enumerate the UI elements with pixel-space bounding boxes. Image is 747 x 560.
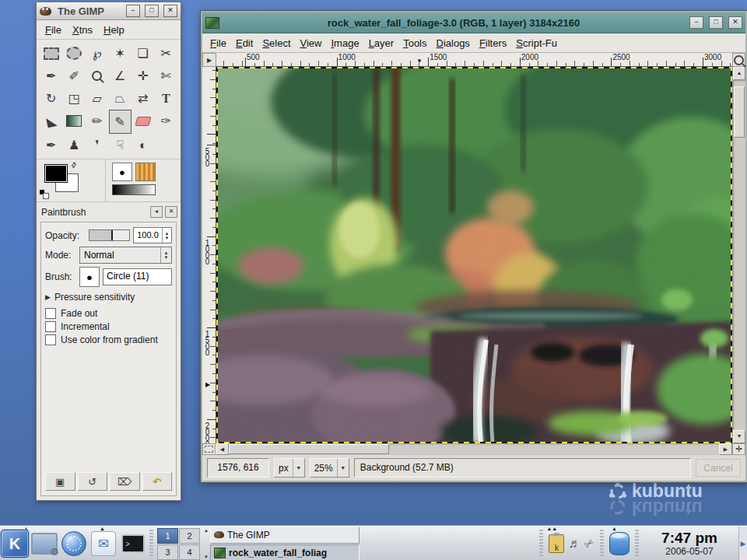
save-options-button[interactable]: ▣ <box>45 472 75 491</box>
tool-select-by-color[interactable]: ❏ <box>132 42 155 65</box>
checkbox-box-icon[interactable] <box>45 334 56 345</box>
pressure-sensitivity-expander[interactable]: ▶ Pressure sensitivity <box>45 292 172 303</box>
spinner-arrows-icon[interactable]: ▲▼ <box>162 228 171 243</box>
zoom-image-button[interactable] <box>732 53 745 67</box>
dock-close-button[interactable]: ✕ <box>165 206 177 218</box>
tool-dodge-burn[interactable]: ◐ <box>132 134 155 156</box>
scroll-up-icon[interactable]: ▲ <box>733 67 745 80</box>
tool-smudge[interactable]: ☟ <box>109 134 132 156</box>
tool-rect-select[interactable] <box>40 42 63 65</box>
opacity-slider[interactable] <box>89 229 130 241</box>
applet-handle[interactable] <box>635 530 639 558</box>
tool-shear[interactable]: ▱ <box>86 87 109 110</box>
active-gradient-preview[interactable] <box>112 184 156 195</box>
menu-xtns[interactable]: Xtns <box>67 23 98 37</box>
mode-select[interactable]: Normal ▲▼ <box>79 247 172 264</box>
horizontal-ruler[interactable]: ▼ 50010001500200025003000 <box>216 53 732 67</box>
menu-file[interactable]: File <box>205 36 231 51</box>
brush-name[interactable]: Circle (11) <box>103 268 172 285</box>
menu-view[interactable]: View <box>296 36 327 51</box>
horizontal-scroll-thumb[interactable] <box>229 444 389 454</box>
pager-desktop-2[interactable]: 2 <box>179 528 200 544</box>
dock-arrow-button[interactable]: ◂ <box>150 206 163 218</box>
navigation-button[interactable]: ✛ <box>732 443 745 455</box>
image-titlebar[interactable]: rock_water_fall_foliage-3.0 (RGB, 1 laye… <box>202 12 745 33</box>
applet-handle[interactable] <box>149 530 153 558</box>
tool-text[interactable]: T <box>155 87 178 110</box>
clock[interactable]: 7:47 pm 2006-05-07 <box>640 530 738 557</box>
tool-pencil[interactable]: ✏ <box>86 110 109 132</box>
menu-tools[interactable]: Tools <box>398 36 431 51</box>
tool-flip[interactable]: ⇄ <box>132 87 155 110</box>
menu-arrow-button[interactable]: ▶ <box>202 53 216 67</box>
taskbar-scroll-arrows[interactable]: ▲▼ <box>202 527 210 560</box>
pager-desktop-3[interactable]: 3 <box>157 544 178 560</box>
checkbox-use-color-from-gradient[interactable]: Use color from gradient <box>45 334 172 345</box>
menu-layer[interactable]: Layer <box>364 36 399 51</box>
menu-dialogs[interactable]: Dialogs <box>432 36 475 51</box>
maximize-button[interactable]: □ <box>145 5 159 17</box>
tool-move[interactable]: ✛ <box>132 65 155 87</box>
tool-fuzzy-select[interactable]: ✶ <box>109 42 132 65</box>
applet-handle[interactable] <box>539 530 543 558</box>
tool-magnify[interactable] <box>86 65 109 87</box>
tool-ink[interactable]: ✒ <box>40 134 63 156</box>
active-brush-preview[interactable]: ● <box>112 163 132 181</box>
vertical-ruler[interactable]: ▶ 500100015002000 <box>202 67 216 443</box>
tool-ellipse-select[interactable] <box>63 42 86 65</box>
unit-select[interactable]: px ▼ <box>274 458 305 478</box>
scroll-left-icon[interactable]: ◀ <box>216 443 229 455</box>
konqueror-button[interactable] <box>59 528 89 559</box>
system-button[interactable] <box>30 528 59 559</box>
cancel-button[interactable]: Cancel <box>696 459 741 477</box>
menu-select[interactable]: Select <box>258 36 295 51</box>
checkbox-box-icon[interactable] <box>45 321 56 332</box>
kontact-button[interactable] <box>89 528 118 559</box>
tool-measure[interactable]: ∠ <box>109 65 132 87</box>
tool-clone[interactable]: ♟ <box>63 134 86 156</box>
close-button[interactable]: ✕ <box>163 5 177 17</box>
applet-handle[interactable] <box>600 530 604 558</box>
panel-hide-button[interactable]: ▶ <box>738 527 747 560</box>
vertical-scroll-thumb[interactable] <box>734 86 745 138</box>
image-maximize-button[interactable]: □ <box>709 16 723 29</box>
menu-filters[interactable]: Filters <box>475 36 511 51</box>
scroll-right-icon[interactable]: ▶ <box>719 443 732 455</box>
menu-file[interactable]: File <box>40 23 67 37</box>
tool-color-picker[interactable]: ✐ <box>63 65 86 87</box>
vertical-scrollbar[interactable]: ▲ ▼ <box>732 67 745 443</box>
menu-image[interactable]: Image <box>326 36 363 51</box>
tool-convolve[interactable]: ❜ <box>86 134 109 156</box>
scissors-tray-icon[interactable] <box>581 535 598 552</box>
tool-eraser[interactable] <box>132 110 155 132</box>
kmenu-button[interactable] <box>0 528 30 559</box>
quick-mask-toggle[interactable] <box>202 443 216 455</box>
tool-crop[interactable]: ✄ <box>155 65 178 87</box>
toolbox-titlebar[interactable]: The GIMP − □ ✕ <box>37 2 181 20</box>
checkbox-fade-out[interactable]: Fade out <box>45 308 172 319</box>
pager-desktop-4[interactable]: 4 <box>179 544 200 560</box>
vertical-scroll-track[interactable] <box>733 80 745 430</box>
menu-edit[interactable]: Edit <box>231 36 258 51</box>
menu-help[interactable]: Help <box>98 23 130 37</box>
scroll-down-icon[interactable]: ▼ <box>733 430 745 443</box>
default-colors-icon[interactable] <box>40 190 49 198</box>
checkbox-incremental[interactable]: Incremental <box>45 321 172 332</box>
brush-preview-button[interactable]: ● <box>79 267 100 287</box>
zoom-select[interactable]: 25% ▼ <box>310 458 349 478</box>
opacity-spinner[interactable]: 100.0 ▲▼ <box>133 227 172 243</box>
pager-desktop-1[interactable]: 1 <box>157 528 178 544</box>
active-pattern-preview[interactable] <box>135 163 156 181</box>
tool-scale[interactable]: ◳ <box>63 87 86 110</box>
tool-paths[interactable]: ✒ <box>40 65 63 87</box>
tool-free-select[interactable]: ℘ <box>86 42 109 65</box>
cylinder-applet-icon[interactable] <box>609 532 630 555</box>
taskbar-task-rock-water-fall-foliag[interactable]: rock_water_fall_foliag <box>210 544 359 560</box>
klipper-tray-icon[interactable] <box>549 534 564 553</box>
tool-airbrush[interactable]: ✑ <box>155 110 178 132</box>
tool-perspective[interactable]: ⏢ <box>109 87 132 110</box>
swap-colors-icon[interactable]: ⇄ <box>69 160 79 170</box>
menu-scriptfu[interactable]: Script-Fu <box>511 36 562 51</box>
tool-paintbrush[interactable]: ✎ <box>109 110 132 134</box>
image-close-button[interactable]: ✕ <box>728 16 742 29</box>
